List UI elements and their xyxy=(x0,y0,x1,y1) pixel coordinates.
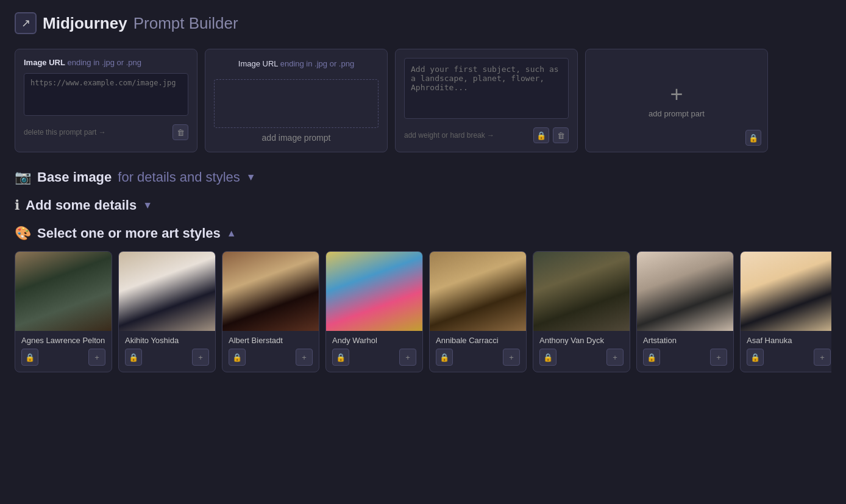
weight-actions: 🔒 🗑 xyxy=(533,127,569,143)
art-style-name: Asaf Hanuka xyxy=(741,331,831,349)
art-style-actions: 🔒 + xyxy=(533,349,630,372)
art-style-card[interactable]: Artstation 🔒 + xyxy=(636,251,734,372)
art-style-lock-btn[interactable]: 🔒 xyxy=(643,349,660,366)
base-image-header: 📷 Base image for details and styles ▼ xyxy=(15,169,831,185)
art-style-lock-btn[interactable]: 🔒 xyxy=(539,349,556,366)
art-style-card[interactable]: Asaf Hanuka 🔒 + xyxy=(740,251,831,372)
art-style-actions: 🔒 + xyxy=(119,349,215,372)
art-style-add-btn[interactable]: + xyxy=(503,349,520,366)
base-image-title-bold: Base image xyxy=(37,169,112,185)
art-style-add-btn[interactable]: + xyxy=(606,349,624,366)
art-style-add-btn[interactable]: + xyxy=(296,349,313,366)
base-image-section: 📷 Base image for details and styles ▼ xyxy=(15,169,831,185)
art-style-lock-btn[interactable]: 🔒 xyxy=(747,349,764,366)
art-style-lock-btn[interactable]: 🔒 xyxy=(125,349,142,366)
art-style-name: Andy Warhol xyxy=(326,331,422,349)
art-style-image xyxy=(430,252,527,331)
image-url-card-1: Image URL ending in .jpg or .png delete … xyxy=(15,49,197,152)
art-styles-header: 🎨 Select one or more art styles ▲ xyxy=(15,225,831,241)
art-style-actions: 🔒 + xyxy=(326,349,422,372)
art-styles-section: 🎨 Select one or more art styles ▲ Agnes … xyxy=(15,225,831,372)
art-style-card[interactable]: Annibale Carracci 🔒 + xyxy=(429,251,527,372)
art-style-name: Anthony Van Dyck xyxy=(533,331,630,349)
art-style-card[interactable]: Andy Warhol 🔒 + xyxy=(325,251,423,372)
art-style-actions: 🔒 + xyxy=(637,349,733,372)
weight-row: add weight or hard break → 🔒 🗑 xyxy=(404,127,569,143)
art-style-image xyxy=(741,252,831,331)
art-styles-chevron[interactable]: ▲ xyxy=(227,228,236,239)
art-style-lock-btn[interactable]: 🔒 xyxy=(332,349,349,366)
art-styles-title-bold: Select one or more art styles xyxy=(37,225,221,241)
lock-icon-btn-subject[interactable]: 🔒 xyxy=(533,127,549,143)
art-style-name: Artstation xyxy=(637,331,733,349)
art-styles-grid: Agnes Lawrence Pelton 🔒 + Akihito Yoshid… xyxy=(15,251,831,372)
delete-prompt-link-1[interactable]: delete this prompt part → xyxy=(24,128,106,137)
app-header: ↗ Midjourney Prompt Builder xyxy=(15,12,831,34)
lock-icon-btn-add[interactable]: 🔒 xyxy=(745,130,761,146)
delete-icon-btn-1[interactable]: 🗑 xyxy=(172,124,188,140)
delete-icon-btn-subject[interactable]: 🗑 xyxy=(553,127,569,143)
add-details-icon: ℹ xyxy=(15,197,20,213)
art-style-name: Agnes Lawrence Pelton xyxy=(15,331,112,349)
art-style-actions: 🔒 + xyxy=(222,349,319,372)
app-logo-icon: ↗ xyxy=(15,12,37,34)
art-style-card[interactable]: Anthony Van Dyck 🔒 + xyxy=(533,251,630,372)
add-details-header: ℹ Add some details ▼ xyxy=(15,197,831,213)
art-style-lock-btn[interactable]: 🔒 xyxy=(229,349,246,366)
art-style-name: Akihito Yoshida xyxy=(119,331,215,349)
add-details-title-bold: Add some details xyxy=(26,197,137,213)
subject-card: add weight or hard break → 🔒 🗑 xyxy=(395,49,578,152)
delete-row-1: delete this prompt part → 🗑 xyxy=(24,124,188,140)
app-title-bold: Midjourney xyxy=(43,14,127,33)
add-image-url-label: Image URL ending in .jpg or .png xyxy=(238,59,354,68)
art-style-actions: 🔒 + xyxy=(15,349,112,372)
subject-input[interactable] xyxy=(404,58,569,119)
art-style-add-btn[interactable]: + xyxy=(814,349,831,366)
prompt-builder-row: Image URL ending in .jpg or .png delete … xyxy=(15,49,831,152)
art-style-card[interactable]: Agnes Lawrence Pelton 🔒 + xyxy=(15,251,112,372)
art-style-add-btn[interactable]: + xyxy=(710,349,727,366)
add-image-prompt-label: add image prompt xyxy=(262,133,331,143)
art-style-add-btn[interactable]: + xyxy=(399,349,416,366)
base-image-chevron[interactable]: ▼ xyxy=(246,172,256,183)
app-title-light: Prompt Builder xyxy=(133,14,238,33)
art-style-add-btn[interactable]: + xyxy=(192,349,209,366)
art-style-name: Annibale Carracci xyxy=(430,331,526,349)
add-image-drop-zone xyxy=(214,79,379,128)
add-image-prompt-card[interactable]: Image URL ending in .jpg or .png add ima… xyxy=(205,49,388,152)
base-image-title-light: for details and styles xyxy=(118,169,240,185)
weight-link[interactable]: add weight or hard break → xyxy=(404,131,494,140)
base-image-icon: 📷 xyxy=(15,169,31,185)
art-style-lock-btn[interactable]: 🔒 xyxy=(21,349,38,366)
image-url-input-1[interactable] xyxy=(24,73,188,116)
art-styles-icon: 🎨 xyxy=(15,225,31,241)
add-prompt-part-label: add prompt part xyxy=(649,109,705,118)
add-details-chevron[interactable]: ▼ xyxy=(143,200,152,211)
art-style-name: Albert Bierstadt xyxy=(222,331,319,349)
art-style-actions: 🔒 + xyxy=(741,349,831,372)
art-style-image xyxy=(637,252,734,331)
art-style-image xyxy=(222,252,319,331)
art-style-image xyxy=(533,252,630,331)
art-style-card[interactable]: Albert Bierstadt 🔒 + xyxy=(222,251,319,372)
image-url-label-1: Image URL ending in .jpg or .png xyxy=(24,58,188,67)
add-plus-icon: + xyxy=(670,83,683,105)
add-details-section: ℹ Add some details ▼ xyxy=(15,197,831,213)
art-style-image xyxy=(326,252,423,331)
art-style-image xyxy=(15,252,112,331)
art-style-card[interactable]: Akihito Yoshida 🔒 + xyxy=(118,251,216,372)
add-prompt-part-card[interactable]: + add prompt part 🔒 xyxy=(585,49,768,152)
art-style-image xyxy=(119,252,216,331)
art-style-add-btn[interactable]: + xyxy=(88,349,105,366)
art-style-actions: 🔒 + xyxy=(430,349,526,372)
art-style-lock-btn[interactable]: 🔒 xyxy=(436,349,453,366)
